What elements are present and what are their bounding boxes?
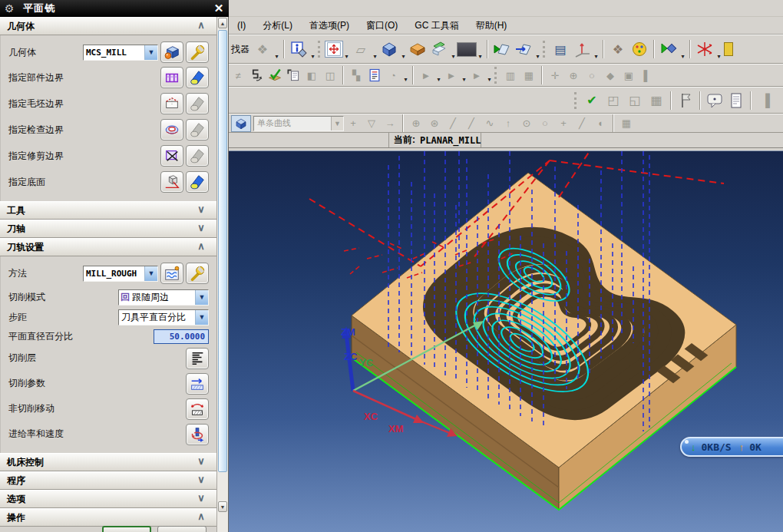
- constraint-icon[interactable]: [695, 39, 715, 59]
- object-display-icon[interactable]: [629, 39, 649, 59]
- section-tool[interactable]: 工具 ∨: [0, 201, 217, 220]
- cut-levels-button[interactable]: [186, 348, 209, 369]
- dropdown-caret-icon[interactable]: ▾: [679, 53, 686, 63]
- cancel-button[interactable]: [157, 526, 206, 532]
- move-object-icon[interactable]: ❖: [608, 39, 628, 59]
- feeds-speeds-button[interactable]: [186, 424, 209, 445]
- chevron-up-icon[interactable]: ∧: [191, 240, 211, 254]
- chevron-down-icon[interactable]: ▼: [144, 266, 157, 281]
- select-trim-boundary-button[interactable]: [160, 145, 183, 167]
- section-actions[interactable]: 操作 ∧: [0, 508, 217, 527]
- list-output-icon[interactable]: [366, 67, 383, 84]
- fit-view-icon[interactable]: [325, 41, 343, 58]
- non-cutting-moves-button[interactable]: [186, 398, 209, 420]
- dropdown-caret-icon[interactable]: ▾: [309, 53, 316, 63]
- highlight-floor-button[interactable]: [186, 171, 209, 193]
- toolbar-drag-handle[interactable]: [318, 41, 321, 58]
- section-path-settings[interactable]: 刀轨设置 ∧: [0, 238, 217, 256]
- dropdown-caret-icon[interactable]: ▾: [402, 76, 409, 86]
- chevron-up-icon[interactable]: ∧: [191, 511, 211, 524]
- menu-window[interactable]: 窗口(O): [358, 19, 406, 32]
- chevron-down-icon[interactable]: ▼: [195, 290, 208, 305]
- dropdown-caret-icon[interactable]: ▾: [593, 53, 600, 63]
- graphics-viewport[interactable]: ZM ZC YC XC XM ↓ 0KB/S ↑ 0K: [229, 150, 783, 532]
- menu-gc-toolbox[interactable]: GC 工具箱: [406, 19, 467, 32]
- object-info-icon[interactable]: [289, 39, 309, 59]
- select-check-boundary-button[interactable]: [160, 119, 183, 140]
- ok-button[interactable]: [102, 526, 151, 532]
- menu-help[interactable]: 帮助(H): [467, 19, 516, 32]
- dropdown-caret-icon[interactable]: ▾: [477, 53, 484, 63]
- dropdown-caret-icon[interactable]: ▾: [450, 53, 457, 63]
- chevron-down-icon[interactable]: ▼: [195, 310, 208, 325]
- select-part-boundary-button[interactable]: [160, 67, 183, 88]
- edit-geometry-button[interactable]: [186, 41, 209, 63]
- chevron-down-icon[interactable]: ∨: [191, 492, 211, 506]
- chevron-up-icon[interactable]: ∧: [191, 19, 211, 33]
- cut-parameters-button[interactable]: [186, 373, 209, 395]
- close-icon[interactable]: ✕: [210, 0, 227, 17]
- comment-icon[interactable]: [705, 91, 725, 111]
- dropdown-caret-icon[interactable]: ▾: [715, 53, 722, 63]
- dialog-scrollbar[interactable]: ▲ ▼: [216, 17, 228, 532]
- clip-section-icon[interactable]: [429, 39, 449, 59]
- highlight-part-boundary-button[interactable]: [186, 67, 209, 88]
- show-plane-icon[interactable]: [492, 39, 512, 59]
- dropdown-caret-icon[interactable]: ▾: [343, 53, 350, 63]
- document-icon[interactable]: [726, 91, 746, 111]
- chevron-down-icon[interactable]: ∨: [191, 203, 211, 217]
- background-color-swatch[interactable]: [457, 42, 477, 57]
- dropdown-caret-icon[interactable]: ▾: [400, 53, 407, 63]
- scrollbar-thumb[interactable]: [218, 30, 227, 472]
- section-view-icon[interactable]: [408, 39, 428, 59]
- dropdown-caret-icon[interactable]: ▾: [435, 76, 442, 86]
- scroll-up-icon[interactable]: ▲: [218, 18, 227, 28]
- cut-mode-select[interactable]: 回 跟随周边 ▼: [118, 289, 209, 306]
- menu-preferences[interactable]: 首选项(P): [301, 19, 358, 32]
- check-tool-icon[interactable]: ✔: [582, 91, 602, 111]
- sketch-finder-icon[interactable]: ❖: [253, 39, 273, 59]
- section-options[interactable]: 选项 ∨: [0, 490, 217, 508]
- geometry-select[interactable]: MCS_MILL ▼: [83, 45, 158, 61]
- menu-analysis[interactable]: 分析(L): [254, 19, 301, 32]
- dropdown-caret-icon[interactable]: ▾: [461, 76, 467, 86]
- chevron-down-icon[interactable]: ∨: [191, 455, 211, 469]
- flag-icon[interactable]: [676, 91, 695, 111]
- section-tool-axis[interactable]: 刀轴 ∨: [0, 220, 217, 238]
- select-floor-button[interactable]: [160, 171, 183, 193]
- dropdown-caret-icon[interactable]: ▾: [534, 53, 541, 63]
- new-method-button[interactable]: [160, 263, 183, 284]
- show-hide-icon[interactable]: [659, 39, 679, 59]
- chevron-down-icon[interactable]: ∨: [191, 474, 211, 487]
- scroll-down-icon[interactable]: ▼: [218, 501, 227, 512]
- ruler-icon[interactable]: [724, 42, 733, 56]
- dialog-gear-icon[interactable]: ⚙: [0, 2, 18, 15]
- toolbar-drag-handle[interactable]: [543, 41, 546, 58]
- toolbar-misc-icon[interactable]: ≠: [230, 67, 246, 84]
- generate-toolpath-icon[interactable]: [248, 67, 265, 84]
- new-geometry-button[interactable]: [160, 41, 183, 63]
- display-mode-icon[interactable]: ▱: [351, 39, 371, 59]
- section-machine-control[interactable]: 机床控制 ∨: [0, 453, 217, 471]
- toolbar-drag-handle[interactable]: [494, 67, 497, 84]
- dropdown-caret-icon[interactable]: ▾: [486, 76, 493, 86]
- flat-diameter-percent-input[interactable]: 50.0000: [154, 329, 209, 344]
- section-program[interactable]: 程序 ∨: [0, 471, 217, 490]
- selection-cube-icon[interactable]: [231, 115, 251, 132]
- layer-settings-icon[interactable]: ▤: [550, 39, 570, 59]
- section-geometry[interactable]: 几何体 ∧: [0, 17, 217, 35]
- verify-toolpath-icon[interactable]: [266, 67, 283, 84]
- postprocess-icon[interactable]: [285, 67, 302, 84]
- dialog-title-bar[interactable]: ⚙ 平面铣 ✕: [0, 0, 229, 17]
- toolbar-drag-handle[interactable]: [574, 92, 577, 109]
- dropdown-caret-icon[interactable]: ▾: [372, 53, 378, 63]
- edit-method-button[interactable]: [186, 263, 209, 284]
- wcs-icon[interactable]: [572, 39, 592, 59]
- chevron-down-icon[interactable]: ∨: [191, 222, 211, 236]
- network-speed-badge[interactable]: ↓ 0KB/S ↑ 0K: [680, 437, 783, 457]
- chevron-down-icon[interactable]: ▼: [144, 45, 157, 60]
- select-blank-boundary-button[interactable]: [160, 93, 183, 114]
- move-plane-icon[interactable]: [514, 39, 534, 59]
- menu-insert-partial[interactable]: (I): [229, 20, 254, 31]
- dropdown-caret-icon[interactable]: ▾: [273, 53, 280, 63]
